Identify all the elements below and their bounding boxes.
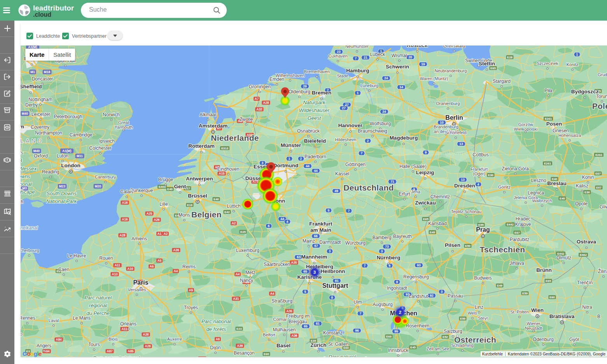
svg-text:Blois: Blois bbox=[108, 337, 118, 341]
svg-text:27: 27 bbox=[342, 106, 346, 110]
svg-text:3: 3 bbox=[441, 290, 443, 294]
svg-text:Parc naturel: Parc naturel bbox=[329, 354, 356, 357]
svg-text:Budweis: Budweis bbox=[474, 275, 492, 281]
svg-text:A1: A1 bbox=[157, 232, 162, 236]
svg-text:Darmstadt: Darmstadt bbox=[319, 240, 341, 245]
svg-text:Ödenburg: Ödenburg bbox=[533, 337, 553, 342]
svg-text:Luton: Luton bbox=[57, 153, 68, 159]
svg-text:Belgien: Belgien bbox=[191, 210, 222, 219]
svg-text:Ostrava: Ostrava bbox=[577, 239, 597, 245]
svg-text:Cuxhaven: Cuxhaven bbox=[328, 54, 348, 58]
svg-text:E65: E65 bbox=[546, 279, 551, 283]
svg-text:Göttingen: Göttingen bbox=[345, 162, 366, 167]
svg-text:A6: A6 bbox=[150, 265, 154, 268]
svg-text:A26: A26 bbox=[173, 248, 179, 252]
svg-text:A16: A16 bbox=[122, 218, 128, 221]
svg-text:A36: A36 bbox=[291, 334, 297, 338]
svg-text:Brünn: Brünn bbox=[536, 267, 552, 273]
svg-text:Regensburg: Regensburg bbox=[403, 274, 429, 280]
svg-text:65: 65 bbox=[303, 270, 307, 273]
svg-text:E40: E40 bbox=[213, 198, 219, 201]
svg-text:emouth: emouth bbox=[21, 199, 23, 205]
svg-text:Alkmaar: Alkmaar bbox=[199, 112, 217, 117]
svg-text:Wolfsburg: Wolfsburg bbox=[370, 121, 391, 126]
svg-text:93: 93 bbox=[417, 263, 421, 267]
svg-text:Lille: Lille bbox=[159, 201, 168, 207]
svg-text:Hildesheim: Hildesheim bbox=[335, 137, 356, 142]
svg-text:A87: A87 bbox=[107, 350, 112, 353]
svg-text:Landshut: Landshut bbox=[409, 294, 428, 299]
svg-text:19: 19 bbox=[421, 62, 425, 66]
svg-text:Hohensalza: Hohensalza bbox=[558, 133, 581, 138]
svg-text:E403: E403 bbox=[159, 185, 166, 189]
svg-text:Stettin: Stettin bbox=[479, 61, 495, 66]
svg-text:A5: A5 bbox=[189, 289, 193, 292]
svg-text:Oxford: Oxford bbox=[34, 153, 48, 159]
svg-text:5: 5 bbox=[304, 290, 306, 294]
svg-text:Toruń: Toruń bbox=[596, 94, 607, 99]
svg-text:A6: A6 bbox=[216, 338, 220, 341]
svg-text:Oranienburg: Oranienburg bbox=[436, 101, 460, 106]
svg-text:E52: E52 bbox=[443, 335, 448, 339]
svg-text:E261: E261 bbox=[544, 162, 551, 165]
svg-text:5: 5 bbox=[328, 208, 330, 212]
svg-text:Wels: Wels bbox=[468, 311, 478, 315]
svg-text:Northampton: Northampton bbox=[35, 130, 62, 136]
svg-text:A26: A26 bbox=[154, 218, 159, 222]
svg-text:E40: E40 bbox=[167, 187, 173, 191]
svg-text:4: 4 bbox=[287, 220, 289, 224]
svg-text:Deutschland: Deutschland bbox=[343, 183, 394, 192]
svg-text:44: 44 bbox=[314, 169, 318, 173]
svg-text:A39: A39 bbox=[237, 344, 243, 348]
svg-text:Nancy: Nancy bbox=[240, 278, 253, 283]
svg-text:Wismar: Wismar bbox=[392, 53, 408, 58]
svg-text:A2: A2 bbox=[232, 222, 236, 225]
svg-text:Chemnitz: Chemnitz bbox=[430, 194, 450, 200]
svg-text:Bielefeld: Bielefeld bbox=[304, 138, 326, 144]
svg-text:Leszno: Leszno bbox=[531, 178, 546, 183]
svg-text:A35: A35 bbox=[291, 261, 297, 264]
svg-text:Neubrandenburg: Neubrandenburg bbox=[435, 68, 467, 73]
svg-text:Troyes: Troyes bbox=[184, 305, 198, 310]
svg-text:Bayreuth: Bayreuth bbox=[393, 234, 412, 239]
svg-text:Reading: Reading bbox=[42, 169, 59, 175]
svg-text:Nürnberg: Nürnberg bbox=[377, 255, 401, 261]
svg-text:M1: M1 bbox=[30, 70, 35, 74]
svg-text:Kassel: Kassel bbox=[335, 171, 349, 177]
svg-text:2: 2 bbox=[367, 139, 369, 143]
svg-text:E49: E49 bbox=[497, 284, 503, 287]
svg-text:Rouen: Rouen bbox=[99, 256, 113, 261]
svg-text:Ärmelkanal: Ärmelkanal bbox=[21, 225, 38, 231]
svg-text:lalo: lalo bbox=[21, 332, 23, 336]
svg-text:A4: A4 bbox=[236, 273, 240, 276]
svg-text:Münster: Münster bbox=[281, 142, 301, 148]
svg-text:96: 96 bbox=[355, 329, 359, 332]
svg-text:Passau: Passau bbox=[448, 293, 463, 299]
svg-text:Jena: Jena bbox=[411, 189, 421, 194]
svg-text:7: 7 bbox=[348, 209, 350, 213]
svg-text:HradecKrálové: HradecKrálové bbox=[515, 216, 531, 227]
svg-text:Oldenburg: Oldenburg bbox=[289, 89, 310, 94]
svg-text:Stade: Stade bbox=[337, 74, 348, 78]
svg-text:Niederlande: Niederlande bbox=[211, 133, 259, 142]
svg-text:Angers: Angers bbox=[37, 343, 51, 348]
svg-text:66: 66 bbox=[314, 234, 318, 238]
svg-text:Olmütz: Olmütz bbox=[556, 255, 571, 261]
svg-text:WienerNeustadt: WienerNeustadt bbox=[525, 321, 542, 331]
svg-text:14: 14 bbox=[399, 85, 403, 89]
svg-text:Posen: Posen bbox=[546, 121, 562, 127]
svg-text:A31: A31 bbox=[233, 297, 239, 301]
svg-text:A28: A28 bbox=[145, 345, 150, 348]
svg-text:Peterborough: Peterborough bbox=[54, 114, 82, 119]
svg-text:Jihlava: Jihlava bbox=[509, 261, 524, 266]
svg-text:Zwickau: Zwickau bbox=[415, 200, 436, 206]
svg-text:95: 95 bbox=[394, 329, 398, 333]
svg-text:73: 73 bbox=[385, 245, 389, 248]
svg-text:E49: E49 bbox=[430, 231, 436, 234]
svg-text:Heilbronn: Heilbronn bbox=[321, 268, 345, 274]
svg-text:A4: A4 bbox=[174, 270, 178, 273]
svg-text:Dijon: Dijon bbox=[210, 345, 220, 350]
svg-text:Laval: Laval bbox=[49, 318, 59, 323]
svg-text:92: 92 bbox=[430, 294, 434, 298]
svg-text:Metz: Metz bbox=[245, 270, 255, 275]
